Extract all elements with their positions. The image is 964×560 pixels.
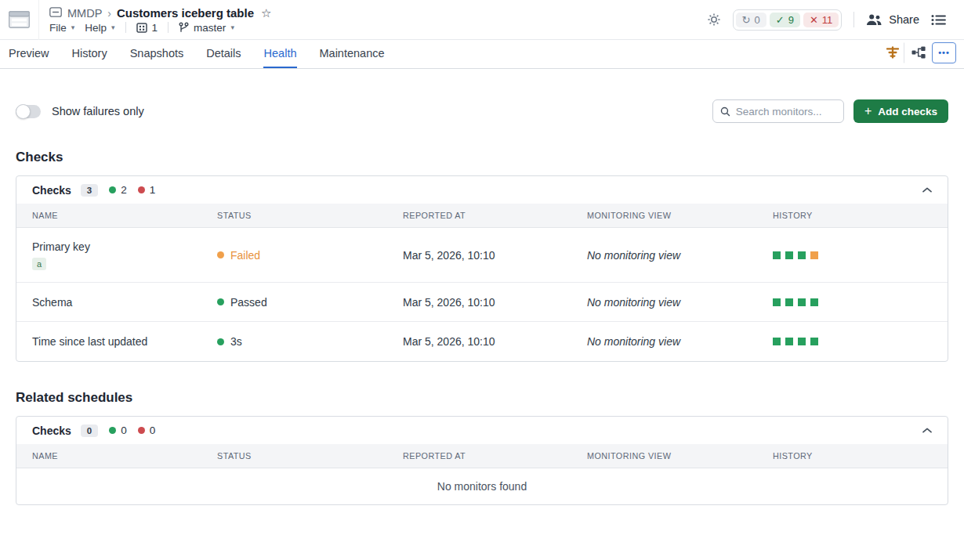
collapse-chevron-icon[interactable] xyxy=(922,187,932,193)
passed-count-pill[interactable]: ✓ 9 xyxy=(770,13,800,27)
history-dot[interactable] xyxy=(785,338,793,345)
theme-sun-icon[interactable] xyxy=(707,13,721,27)
environment-count: 1 xyxy=(152,22,158,34)
refresh-icon: ↻ xyxy=(742,14,751,26)
show-failures-toggle[interactable] xyxy=(16,105,41,118)
column-header-name: NAME xyxy=(16,451,201,461)
header-right: ↻ 0 ✓ 9 ✕ 11 Share xyxy=(707,9,964,31)
tab-maintenance[interactable]: Maintenance xyxy=(318,40,385,68)
column-header-status: STATUS xyxy=(201,211,387,220)
history-dot[interactable] xyxy=(798,298,806,306)
funnel-chart-view-button[interactable] xyxy=(880,42,904,63)
history-cell xyxy=(757,338,948,345)
reported-at-cell: Mar 5, 2026, 10:10 xyxy=(387,296,571,309)
history-dot[interactable] xyxy=(810,251,818,259)
table-row[interactable]: Primary key a Failed Mar 5, 2026, 10:10 … xyxy=(16,228,948,283)
schedules-table-header: NAME STATUS REPORTED AT MONITORING VIEW … xyxy=(16,444,948,468)
related-schedules-heading: Related schedules xyxy=(16,390,948,406)
passed-stat-count: 2 xyxy=(121,184,127,196)
checks-panel-header[interactable]: Checks 3 2 1 xyxy=(16,176,948,204)
schedules-panel-header[interactable]: Checks 0 0 0 xyxy=(16,417,948,444)
history-cell xyxy=(757,251,948,259)
history-dot[interactable] xyxy=(785,251,793,259)
environment-indicator[interactable]: 1 xyxy=(136,22,158,34)
history-dot[interactable] xyxy=(798,338,806,345)
column-header-name: NAME xyxy=(16,211,201,220)
status-text: 3s xyxy=(230,335,242,348)
history-dot[interactable] xyxy=(773,298,781,306)
schedules-total-badge: 0 xyxy=(81,425,98,437)
chevron-down-icon: ▾ xyxy=(111,23,115,31)
funnel-chart-icon xyxy=(886,46,900,59)
help-menu[interactable]: Help ▾ xyxy=(85,22,114,34)
header-left: MMDP › Customers iceberg table ☆ File ▾ … xyxy=(49,6,272,34)
chevron-down-icon: ▾ xyxy=(71,23,75,31)
share-button[interactable]: Share xyxy=(866,13,919,26)
chevron-right-icon: › xyxy=(107,7,111,20)
lineage-view-button[interactable] xyxy=(906,42,930,63)
table-row[interactable]: Time since last updated 3s Mar 5, 2026, … xyxy=(16,322,948,361)
top-header: MMDP › Customers iceberg table ☆ File ▾ … xyxy=(0,0,964,40)
page-title: Customers iceberg table xyxy=(117,6,254,20)
failed-stat: 1 xyxy=(138,184,156,196)
reported-at-cell: Mar 5, 2026, 10:10 xyxy=(387,249,571,262)
pending-count: 0 xyxy=(755,14,760,26)
more-options-button[interactable]: ••• xyxy=(932,42,956,63)
tab-history[interactable]: History xyxy=(71,40,108,68)
history-dot[interactable] xyxy=(785,298,793,306)
red-dot xyxy=(138,427,145,434)
list-view-icon[interactable] xyxy=(931,14,946,26)
checks-table-header: NAME STATUS REPORTED AT MONITORING VIEW … xyxy=(16,204,948,228)
app-logo[interactable] xyxy=(0,0,39,40)
toggle-knob xyxy=(16,104,31,119)
history-dot[interactable] xyxy=(773,251,781,259)
reported-at-cell: Mar 5, 2026, 10:10 xyxy=(387,335,571,348)
check-name: Time since last updated xyxy=(32,335,201,348)
status-dot xyxy=(217,338,224,345)
view-switcher: ••• xyxy=(880,40,956,68)
search-monitors-input[interactable] xyxy=(736,106,836,117)
checks-panel-title: Checks xyxy=(32,184,71,197)
show-failures-label: Show failures only xyxy=(52,105,144,117)
check-name: Schema xyxy=(32,296,201,309)
status-dot xyxy=(217,298,224,305)
history-dot[interactable] xyxy=(810,298,818,306)
table-logo-icon xyxy=(9,11,30,28)
related-schedules-panel: Checks 0 0 0 NAME STATUS REPORTED AT MON… xyxy=(16,416,948,505)
file-menu[interactable]: File ▾ xyxy=(49,22,74,34)
table-row[interactable]: Schema Passed Mar 5, 2026, 10:10 No moni… xyxy=(16,283,948,322)
schedules-panel-title: Checks xyxy=(32,425,71,437)
status-cell: 3s xyxy=(201,335,387,348)
lineage-icon xyxy=(911,46,926,59)
branch-selector[interactable]: master ▾ xyxy=(179,22,234,34)
check-name: Primary key xyxy=(32,240,201,253)
column-header-history: HISTORY xyxy=(757,451,948,461)
passed-stat: 0 xyxy=(109,425,127,436)
tab-preview[interactable]: Preview xyxy=(8,40,50,68)
tab-health[interactable]: Health xyxy=(263,40,298,68)
failed-stat: 0 xyxy=(138,425,156,436)
tab-snapshots[interactable]: Snapshots xyxy=(129,40,185,68)
chevron-down-icon: ▾ xyxy=(230,23,234,31)
add-checks-button[interactable]: + Add checks xyxy=(853,99,948,123)
history-dot[interactable] xyxy=(810,338,818,345)
breadcrumb-project[interactable]: MMDP xyxy=(67,7,102,20)
column-header-status: STATUS xyxy=(201,451,387,461)
help-menu-label: Help xyxy=(85,22,107,34)
history-dot[interactable] xyxy=(798,251,806,259)
green-dot xyxy=(109,427,116,434)
failed-count-pill[interactable]: ✕ 11 xyxy=(803,13,839,27)
add-checks-label: Add checks xyxy=(878,106,937,117)
share-label: Share xyxy=(889,13,919,26)
tab-details[interactable]: Details xyxy=(205,40,241,68)
check-name-cell: Schema xyxy=(16,296,201,309)
passed-count: 9 xyxy=(788,14,794,26)
tab-bar: Preview History Snapshots Details Health… xyxy=(0,40,964,69)
star-icon[interactable]: ☆ xyxy=(261,6,271,20)
green-dot xyxy=(109,186,116,193)
passed-stat-count: 0 xyxy=(121,425,127,436)
pending-count-pill[interactable]: ↻ 0 xyxy=(736,13,766,27)
history-dot[interactable] xyxy=(773,338,781,345)
collapse-chevron-icon[interactable] xyxy=(922,428,932,433)
red-dot xyxy=(138,186,145,193)
